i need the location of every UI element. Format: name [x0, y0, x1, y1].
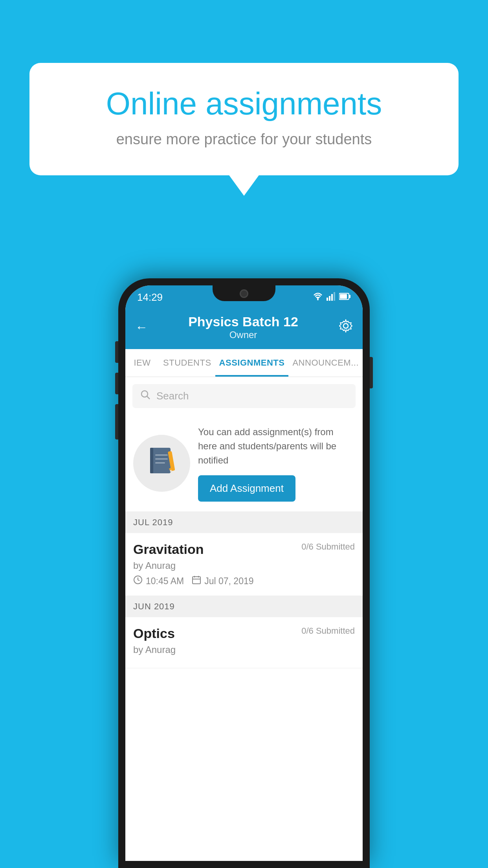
add-assignment-button[interactable]: Add Assignment: [198, 475, 295, 502]
bubble-subtitle: ensure more practice for your students: [57, 131, 431, 148]
svg-rect-15: [155, 462, 165, 463]
phone-notch: [213, 285, 275, 301]
svg-rect-13: [155, 454, 168, 456]
header-title: Physics Batch 12: [188, 314, 298, 329]
svg-rect-3: [329, 296, 330, 301]
battery-icon: [339, 292, 351, 302]
tab-iew[interactable]: IEW: [125, 349, 159, 377]
calendar-icon: [192, 575, 201, 587]
header-center: Physics Batch 12 Owner: [188, 314, 298, 340]
wifi-icon: [312, 292, 323, 302]
svg-rect-20: [193, 577, 200, 584]
svg-line-10: [147, 396, 150, 399]
speech-bubble: Online assignments ensure more practice …: [29, 63, 459, 175]
tab-announcements[interactable]: ANNOUNCEM...: [288, 349, 363, 377]
svg-point-1: [317, 299, 319, 300]
settings-icon[interactable]: [339, 319, 353, 336]
svg-rect-8: [349, 295, 350, 298]
promo-description: You can add assignment(s) from here and …: [198, 425, 355, 467]
clock-icon: [133, 575, 143, 587]
back-button[interactable]: ←: [135, 320, 148, 335]
assignment-date: Jul 07, 2019: [204, 576, 253, 587]
search-container: Search: [125, 377, 363, 415]
assignment-header: Gravitation 0/6 Submitted: [133, 542, 355, 557]
svg-rect-2: [327, 298, 328, 301]
section-header-jun: JUN 2019: [125, 596, 363, 617]
assignment-item-gravitation[interactable]: Gravitation 0/6 Submitted by Anurag 10:4…: [125, 533, 363, 596]
header-subtitle: Owner: [188, 329, 298, 340]
assignment-meta: 10:45 AM Jul 07, 2019: [133, 575, 355, 587]
power-button: [370, 357, 373, 388]
promo-text-area: You can add assignment(s) from here and …: [198, 425, 355, 502]
assignment-author-optics: by Anurag: [133, 644, 355, 655]
meta-date: Jul 07, 2019: [192, 575, 253, 587]
assignment-submitted-optics: 0/6 Submitted: [301, 626, 355, 636]
svg-rect-14: [155, 458, 168, 460]
tab-bar: IEW STUDENTS ASSIGNMENTS ANNOUNCEM...: [125, 349, 363, 377]
tab-assignments[interactable]: ASSIGNMENTS: [215, 349, 289, 377]
volume-down-button: [115, 373, 118, 394]
assignment-header-optics: Optics 0/6 Submitted: [133, 626, 355, 641]
assignment-name: Gravitation: [133, 542, 204, 557]
volume-up-button: [115, 341, 118, 363]
bubble-title: Online assignments: [57, 86, 431, 121]
silent-button: [115, 404, 118, 440]
status-time: 14:29: [137, 291, 163, 303]
signal-icon: [327, 292, 336, 302]
promo-icon-circle: [133, 435, 190, 492]
svg-rect-5: [334, 292, 335, 301]
status-icons: [312, 292, 351, 302]
svg-rect-12: [150, 448, 153, 473]
assignment-name-optics: Optics: [133, 626, 175, 641]
svg-rect-4: [331, 294, 333, 301]
phone-camera: [240, 289, 248, 298]
promo-section: You can add assignment(s) from here and …: [125, 415, 363, 512]
search-bar[interactable]: Search: [132, 384, 356, 408]
search-icon: [140, 390, 150, 403]
assignment-item-optics[interactable]: Optics 0/6 Submitted by Anurag: [125, 617, 363, 668]
section-header-jul: JUL 2019: [125, 512, 363, 533]
assignment-submitted: 0/6 Submitted: [301, 542, 355, 552]
svg-rect-7: [340, 294, 347, 299]
search-placeholder: Search: [156, 390, 189, 402]
app-header: ← Physics Batch 12 Owner: [125, 307, 363, 349]
assignment-author: by Anurag: [133, 560, 355, 571]
assignment-time: 10:45 AM: [146, 576, 184, 587]
phone-frame: 14:29: [118, 278, 370, 868]
svg-point-9: [141, 391, 148, 397]
meta-time: 10:45 AM: [133, 575, 184, 587]
phone-screen: 14:29: [125, 285, 363, 861]
notebook-icon: [148, 446, 176, 481]
tab-students[interactable]: STUDENTS: [159, 349, 215, 377]
